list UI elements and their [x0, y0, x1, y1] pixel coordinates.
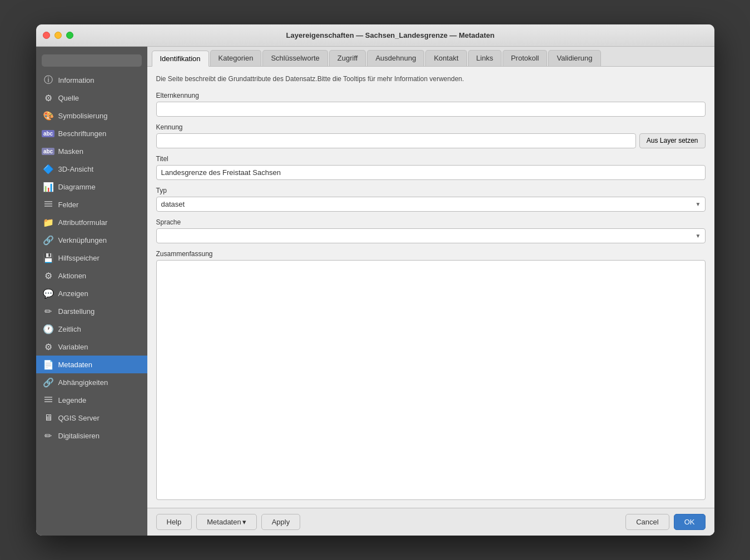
kennung-input-row: Aus Layer setzen — [156, 133, 706, 148]
sprache-label: Sprache — [156, 218, 706, 226]
sidebar-item-metadaten[interactable]: 📄Metadaten — [36, 356, 147, 373]
tab-ausdehnung[interactable]: Ausdehnung — [367, 50, 424, 66]
zusammenfassung-textarea[interactable] — [156, 260, 706, 500]
sidebar-item-label-verknuepfungen: Verknüpfungen — [58, 236, 107, 244]
help-button[interactable]: Help — [156, 514, 192, 530]
sidebar-item-diagramme[interactable]: 📊Diagramme — [36, 178, 147, 196]
metadaten-icon: 📄 — [43, 359, 54, 370]
variablen-icon: ⚙ — [43, 341, 54, 352]
cancel-button[interactable]: Cancel — [625, 514, 669, 530]
metadaten-button[interactable]: Metadaten ▾ — [196, 514, 256, 530]
sidebar-item-label-hilfsspeicher: Hilfsspeicher — [58, 254, 100, 262]
tab-kontakt[interactable]: Kontakt — [425, 50, 466, 66]
sidebar-item-quelle[interactable]: ⚙Quelle — [36, 89, 147, 107]
typ-label: Typ — [156, 187, 706, 194]
digitalisieren-icon: ✏ — [43, 430, 54, 441]
felder-icon — [43, 199, 54, 210]
minimize-button[interactable] — [54, 32, 62, 39]
titel-label: Titel — [156, 155, 706, 163]
titel-input[interactable] — [156, 165, 706, 180]
tab-kategorien[interactable]: Kategorien — [210, 50, 262, 66]
tab-zugriff[interactable]: Zugriff — [329, 50, 366, 66]
tab-identifikation[interactable]: Identifikation — [152, 51, 209, 67]
sidebar-item-3d-ansicht[interactable]: 🔷3D-Ansicht — [36, 160, 147, 178]
darstellung-icon: ✏ — [43, 306, 54, 317]
bottom-bar: Help Metadaten ▾ Apply Cancel OK — [147, 508, 714, 536]
sidebar-item-label-metadaten: Metadaten — [58, 361, 92, 369]
sidebar-item-label-anzeigen: Anzeigen — [58, 289, 88, 298]
tab-protokoll[interactable]: Protokoll — [503, 50, 548, 66]
kennung-label: Kennung — [156, 123, 706, 131]
sidebar-item-label-zeitlich: Zeitlich — [58, 325, 81, 333]
aktionen-icon: ⚙ — [43, 270, 54, 281]
sidebar-item-symbolisierung[interactable]: 🎨Symbolisierung — [36, 107, 147, 124]
svg-rect-4 — [44, 399, 52, 400]
ok-button[interactable]: OK — [674, 514, 706, 530]
sidebar-item-label-abhaengigkeiten: Abhängigkeiten — [58, 378, 108, 387]
sidebar-item-felder[interactable]: Felder — [36, 196, 147, 213]
zusammenfassung-label: Zusammenfassung — [156, 250, 706, 258]
aus-layer-setzen-button[interactable]: Aus Layer setzen — [639, 133, 706, 148]
sidebar-item-information[interactable]: ⓘInformation — [36, 71, 147, 89]
sidebar-item-label-diagramme: Diagramme — [58, 183, 96, 191]
sidebar-item-label-legende: Legende — [58, 396, 87, 404]
sidebar-item-beschriftungen[interactable]: abcBeschriftungen — [36, 124, 147, 142]
svg-rect-1 — [44, 203, 52, 204]
sidebar-item-aktionen[interactable]: ⚙Aktionen — [36, 267, 147, 284]
sidebar-item-digitalisieren[interactable]: ✏Digitalisieren — [36, 427, 147, 444]
sprache-select-wrapper: ▼ — [156, 228, 706, 243]
sidebar-items: ⓘInformation⚙Quelle🎨SymbolisierungabcBes… — [36, 71, 147, 444]
sidebar: ⓘInformation⚙Quelle🎨SymbolisierungabcBes… — [36, 47, 147, 536]
typ-select[interactable]: dataset series service — [156, 197, 706, 212]
sprache-group: Sprache ▼ — [156, 218, 706, 243]
sidebar-item-label-quelle: Quelle — [58, 94, 80, 102]
sidebar-item-label-3d-ansicht: 3D-Ansicht — [58, 165, 94, 173]
information-icon: ⓘ — [43, 74, 54, 86]
tab-links[interactable]: Links — [468, 50, 501, 66]
svg-rect-3 — [44, 397, 52, 398]
sidebar-item-anzeigen[interactable]: 💬Anzeigen — [36, 284, 147, 302]
sidebar-item-hilfsspeicher[interactable]: 💾Hilfsspeicher — [36, 249, 147, 267]
sidebar-item-label-beschriftungen: Beschriftungen — [58, 129, 107, 138]
sidebar-item-label-information: Information — [58, 76, 95, 84]
abhaengigkeiten-icon: 🔗 — [43, 377, 54, 388]
tab-validierung[interactable]: Validierung — [548, 50, 600, 66]
svg-rect-2 — [44, 206, 52, 207]
content-area: ⓘInformation⚙Quelle🎨SymbolisierungabcBes… — [36, 47, 714, 536]
sidebar-item-verknuepfungen[interactable]: 🔗Verknüpfungen — [36, 231, 147, 249]
sidebar-item-qgis-server[interactable]: 🖥QGIS Server — [36, 409, 147, 427]
elternkennung-group: Elternkennung — [156, 92, 706, 117]
sidebar-item-zeitlich[interactable]: 🕐Zeitlich — [36, 320, 147, 338]
tabs-bar: IdentifikationKategorienSchlüsselworteZu… — [147, 47, 714, 67]
close-button[interactable] — [43, 32, 50, 39]
tab-schluesselworte[interactable]: Schlüsselworte — [262, 50, 327, 66]
beschriftungen-icon: abc — [43, 128, 54, 139]
svg-rect-0 — [44, 201, 52, 202]
sidebar-item-abhaengigkeiten[interactable]: 🔗Abhängigkeiten — [36, 373, 147, 391]
search-input[interactable] — [42, 54, 142, 67]
sidebar-item-label-darstellung: Darstellung — [58, 307, 95, 316]
sidebar-item-darstellung[interactable]: ✏Darstellung — [36, 302, 147, 320]
sidebar-item-label-felder: Felder — [58, 201, 79, 209]
apply-button[interactable]: Apply — [261, 514, 301, 530]
zusammenfassung-group: Zusammenfassung — [156, 250, 706, 500]
sidebar-item-attributformular[interactable]: 📁Attributformular — [36, 213, 147, 231]
elternkennung-input[interactable] — [156, 102, 706, 117]
sidebar-item-label-digitalisieren: Digitalisieren — [58, 432, 100, 440]
maximize-button[interactable] — [66, 32, 73, 39]
metadaten-dropdown-icon: ▾ — [242, 518, 246, 526]
sidebar-item-masken[interactable]: abcMasken — [36, 142, 147, 160]
sprache-select[interactable] — [156, 228, 706, 243]
form-area: Die Seite beschreibt die Grundattribute … — [147, 67, 714, 508]
metadaten-button-label: Metadaten — [207, 518, 241, 526]
search-container — [36, 51, 147, 71]
diagramme-icon: 📊 — [43, 181, 54, 192]
kennung-input[interactable] — [156, 133, 636, 148]
titel-group: Titel — [156, 155, 706, 180]
sidebar-item-variablen[interactable]: ⚙Variablen — [36, 338, 147, 356]
3d-ansicht-icon: 🔷 — [43, 163, 54, 174]
sidebar-item-legende[interactable]: Legende — [36, 391, 147, 409]
attributformular-icon: 📁 — [43, 217, 54, 228]
masken-icon: abc — [43, 146, 54, 157]
sidebar-item-label-variablen: Variablen — [58, 343, 88, 351]
